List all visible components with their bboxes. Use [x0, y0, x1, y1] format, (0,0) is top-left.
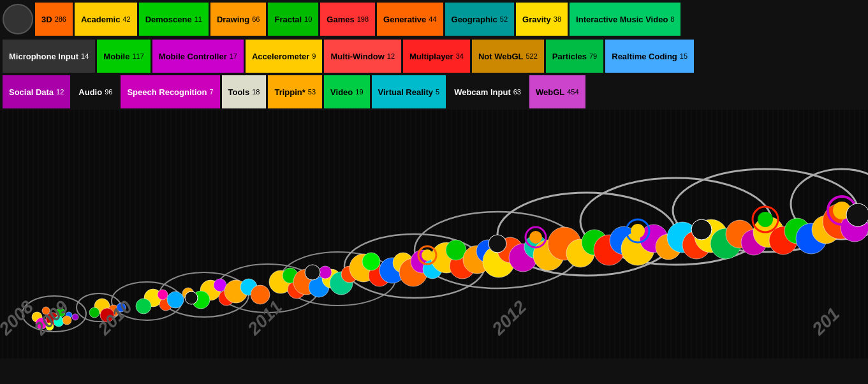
svg-point-32	[158, 290, 168, 300]
tag-multi-window[interactable]: Multi-Window 12	[324, 40, 401, 73]
tag-audio[interactable]: Audio 96	[72, 75, 119, 108]
svg-point-104	[846, 203, 868, 226]
tag-virtual-reality[interactable]: Virtual Reality 5	[372, 75, 446, 108]
tag-not-webgl[interactable]: Not WebGL 522	[472, 40, 544, 73]
tag-realtime-coding[interactable]: Realtime Coding 15	[605, 40, 694, 73]
top-bar: 3D 286Academic 42Demoscene 11Drawing 66F…	[0, 0, 868, 38]
tag-games[interactable]: Games 198	[320, 3, 375, 36]
svg-point-95	[631, 224, 645, 238]
tag-3d[interactable]: 3D 286	[35, 3, 73, 36]
tag-demoscene[interactable]: Demoscene 11	[139, 3, 209, 36]
svg-point-93	[529, 231, 542, 244]
svg-point-31	[136, 299, 151, 314]
tag-webcam-input[interactable]: Webcam Input 63	[448, 75, 527, 108]
tag-gravity[interactable]: Gravity 38	[516, 3, 568, 36]
tag-mobile-controller[interactable]: Mobile Controller 17	[152, 40, 244, 73]
tag-social-data[interactable]: Social Data 12	[3, 75, 70, 108]
tag-video[interactable]: Video 19	[324, 75, 369, 108]
chart-area: 2008 2009 2010 2011 2012 201	[0, 110, 868, 358]
svg-point-103	[691, 219, 712, 240]
tag-trippin*[interactable]: Trippin* 53	[268, 75, 322, 108]
tag-geographic[interactable]: Geographic 52	[445, 3, 515, 36]
svg-point-48	[319, 266, 332, 279]
tag-multiplayer[interactable]: Multiplayer 34	[403, 40, 470, 73]
svg-point-33	[167, 292, 184, 308]
tag-tools[interactable]: Tools 18	[222, 75, 267, 108]
svg-point-102	[489, 235, 506, 253]
tag-generative[interactable]: Generative 44	[377, 3, 443, 36]
tag-drawing[interactable]: Drawing 66	[210, 3, 267, 36]
tag-fractal[interactable]: Fractal 10	[268, 3, 318, 36]
tag-interactive-music-video[interactable]: Interactive Music Video 8	[570, 3, 680, 36]
tag-accelerometer[interactable]: Accelerometer 9	[246, 40, 322, 73]
svg-point-101	[305, 265, 320, 280]
svg-point-26	[89, 307, 99, 318]
close-button[interactable]	[3, 4, 33, 34]
svg-point-100	[185, 292, 198, 304]
tag-speech-recognition[interactable]: Speech Recognition 7	[121, 75, 219, 108]
tag-mobile[interactable]: Mobile 117	[97, 40, 151, 73]
svg-point-53	[362, 253, 380, 270]
tag-particles[interactable]: Particles 79	[546, 40, 603, 73]
tag-microphone-input[interactable]: Microphone Input 14	[3, 40, 95, 73]
tag-webgl[interactable]: WebGL 454	[529, 75, 585, 108]
svg-point-91	[422, 249, 433, 261]
svg-point-97	[758, 212, 773, 227]
tag-academic[interactable]: Academic 42	[75, 3, 137, 36]
bubble-chart	[0, 110, 868, 358]
svg-point-23	[72, 314, 78, 320]
